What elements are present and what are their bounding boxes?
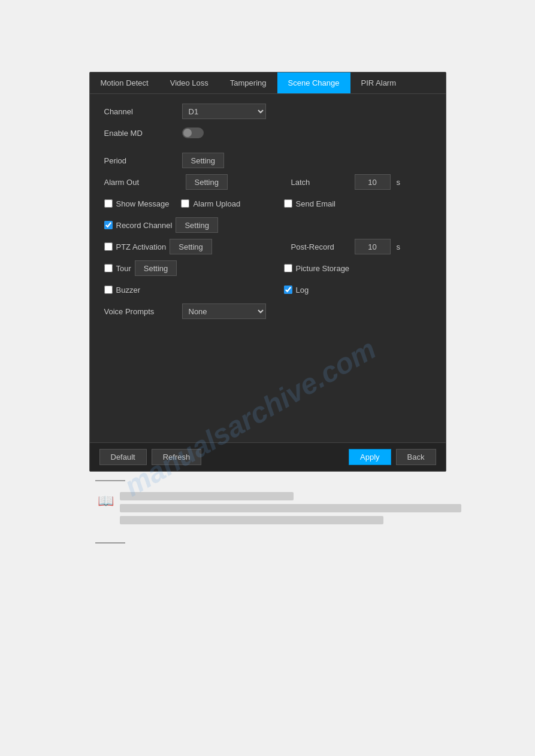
footer: Default Refresh Apply Back — [90, 442, 446, 471]
show-message-checkbox[interactable] — [104, 199, 113, 208]
latch-label: Latch — [291, 178, 351, 187]
record-channel-left: Record Channel Setting — [104, 217, 284, 233]
form-content: Channel D1 Enable MD Period Setting — [90, 94, 446, 442]
alarm-upload-label: Alarm Upload — [193, 199, 240, 208]
tour-row: Tour Setting Picture Storage — [104, 260, 431, 276]
apply-button[interactable]: Apply — [349, 449, 391, 465]
log-checkbox[interactable] — [284, 286, 292, 294]
channel-label: Channel — [104, 107, 182, 116]
ptz-row: PTZ Activation Setting Post-Record s — [104, 239, 431, 254]
record-channel-setting-btn[interactable]: Setting — [176, 217, 217, 233]
enable-md-toggle[interactable] — [182, 127, 204, 138]
below-dialog: 📖 — [89, 472, 446, 544]
voice-prompts-row: Voice Prompts None — [104, 303, 431, 319]
picture-storage-checkbox-row: Picture Storage — [284, 264, 350, 273]
enable-md-label: Enable MD — [104, 129, 182, 138]
note-line-1 — [120, 492, 294, 500]
tour-checkbox[interactable] — [104, 264, 113, 272]
buzzer-label: Buzzer — [116, 286, 140, 294]
buzzer-log-row: Buzzer Log — [104, 282, 431, 297]
log-label: Log — [296, 286, 309, 294]
default-button[interactable]: Default — [99, 449, 147, 465]
channel-row: Channel D1 — [104, 104, 431, 119]
latch-right: Latch s — [284, 174, 431, 190]
latch-unit: s — [397, 178, 401, 187]
alarm-out-left: Alarm Out Setting — [104, 174, 284, 190]
tab-motion-detect[interactable]: Motion Detect — [90, 72, 159, 93]
tab-tampering[interactable]: Tampering — [219, 72, 277, 93]
buzzer-left: Buzzer — [104, 286, 284, 294]
record-channel-checkbox[interactable] — [104, 221, 113, 229]
tab-scene-change[interactable]: Scene Change — [277, 72, 350, 93]
buzzer-checkbox[interactable] — [104, 286, 113, 294]
alarm-out-label: Alarm Out — [104, 178, 182, 187]
tour-left: Tour Setting — [104, 260, 284, 276]
ptz-checkbox[interactable] — [104, 242, 113, 251]
post-record-right: Post-Record s — [284, 239, 431, 254]
tour-label: Tour — [116, 264, 131, 273]
divider-line-1 — [95, 480, 125, 481]
buzzer-checkbox-row: Buzzer — [104, 286, 140, 294]
tab-video-loss[interactable]: Video Loss — [159, 72, 219, 93]
show-message-left: Show Message Alarm Upload — [104, 199, 284, 208]
picture-storage-label: Picture Storage — [296, 264, 350, 273]
show-message-row: Show Message Alarm Upload Send Email — [104, 196, 431, 211]
ptz-left: PTZ Activation Setting — [104, 239, 284, 254]
back-button[interactable]: Back — [396, 449, 436, 465]
voice-prompts-select[interactable]: None — [182, 303, 266, 319]
ptz-setting-btn[interactable]: Setting — [170, 239, 211, 254]
note-line-3 — [120, 516, 383, 524]
latch-input[interactable] — [355, 174, 391, 190]
show-message-checkbox-row: Show Message — [104, 199, 170, 208]
note-section: 📖 — [95, 492, 446, 524]
tab-bar: Motion Detect Video Loss Tampering Scene… — [90, 72, 446, 94]
picture-storage-right: Picture Storage — [284, 264, 431, 273]
show-message-label: Show Message — [116, 199, 170, 208]
divider-line-2 — [95, 542, 125, 544]
log-right: Log — [284, 286, 431, 294]
alarm-out-row: Alarm Out Setting Latch s — [104, 174, 431, 190]
send-email-label: Send Email — [296, 199, 335, 208]
post-record-label: Post-Record — [291, 242, 351, 251]
note-line-2 — [120, 504, 461, 512]
channel-select[interactable]: D1 — [182, 104, 266, 119]
tour-checkbox-row: Tour — [104, 264, 131, 273]
refresh-button[interactable]: Refresh — [152, 449, 202, 465]
tour-setting-btn[interactable]: Setting — [135, 260, 177, 276]
alarm-upload-checkbox-row: Alarm Upload — [181, 199, 240, 208]
book-icon: 📖 — [98, 493, 114, 509]
log-checkbox-row: Log — [284, 286, 309, 294]
period-setting-btn[interactable]: Setting — [182, 153, 224, 168]
note-lines — [120, 492, 461, 524]
dialog-container: Motion Detect Video Loss Tampering Scene… — [89, 72, 446, 472]
alarm-upload-checkbox[interactable] — [181, 199, 189, 208]
enable-md-row: Enable MD — [104, 125, 431, 141]
record-channel-checkbox-row: Record Channel — [104, 221, 173, 230]
send-email-checkbox[interactable] — [284, 199, 292, 208]
tab-pir-alarm[interactable]: PIR Alarm — [350, 72, 407, 93]
period-row: Period Setting — [104, 153, 431, 168]
period-label: Period — [104, 156, 182, 165]
ptz-label: PTZ Activation — [116, 242, 167, 251]
picture-storage-checkbox[interactable] — [284, 264, 292, 272]
record-channel-row: Record Channel Setting — [104, 217, 431, 233]
send-email-checkbox-row: Send Email — [284, 199, 335, 208]
post-record-input[interactable] — [355, 239, 391, 254]
post-record-unit: s — [397, 242, 401, 251]
ptz-checkbox-row: PTZ Activation — [104, 242, 167, 251]
alarm-out-setting-btn[interactable]: Setting — [186, 174, 228, 190]
voice-prompts-label: Voice Prompts — [104, 307, 182, 316]
record-channel-label: Record Channel — [116, 221, 173, 230]
send-email-right: Send Email — [284, 199, 431, 208]
